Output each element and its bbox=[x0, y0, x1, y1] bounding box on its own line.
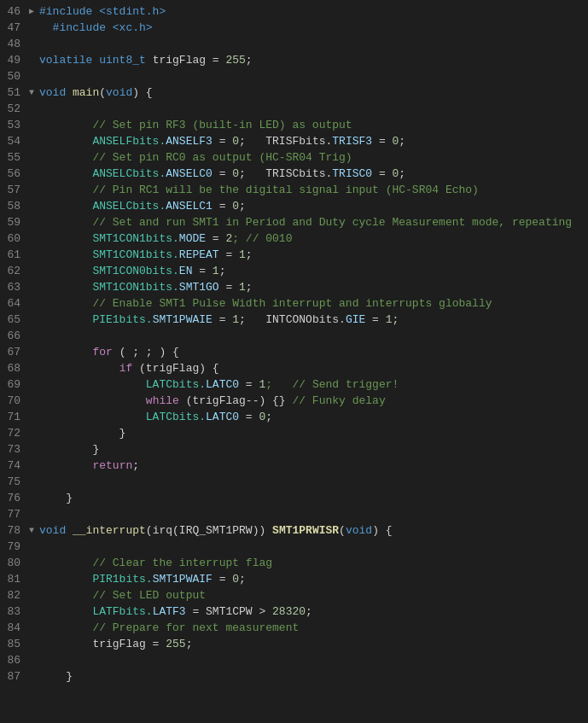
line-number: 85 bbox=[0, 636, 26, 652]
code-content: #include <stdint.h> bbox=[38, 3, 588, 20]
line-number: 58 bbox=[0, 198, 26, 214]
fold-icon[interactable]: ▶ bbox=[26, 3, 38, 20]
line-number: 50 bbox=[0, 68, 26, 85]
code-token: REPEAT bbox=[179, 248, 219, 261]
code-content: ANSELCbits.ANSELC1 = 0; bbox=[38, 198, 588, 214]
code-content: // Set and run SMT1 in Period and Duty c… bbox=[38, 214, 588, 230]
code-token: #include <stdint.h> bbox=[39, 5, 166, 18]
line-number: 82 bbox=[0, 587, 26, 603]
code-line: 50 bbox=[0, 68, 588, 85]
code-token: ; // Send trigger! bbox=[265, 378, 399, 391]
code-content: while (trigFlag--) {} // Funky delay bbox=[38, 393, 588, 409]
line-number: 72 bbox=[0, 425, 26, 441]
code-content bbox=[38, 328, 588, 344]
code-line: 69 LATCbits.LATC0 = 1; // Send trigger! bbox=[0, 376, 588, 393]
code-content: // Enable SMT1 Pulse Width interrupt and… bbox=[38, 295, 588, 312]
line-number: 70 bbox=[0, 393, 26, 409]
code-line: 83 LATFbits.LATF3 = SMT1CPW > 28320; bbox=[0, 603, 588, 620]
code-token: ANSELC1 bbox=[166, 200, 212, 213]
code-line: 64 // Enable SMT1 Pulse Width interrupt … bbox=[0, 295, 588, 312]
fold-icon[interactable]: ▼ bbox=[26, 85, 38, 101]
code-token: = bbox=[212, 573, 232, 586]
line-number: 66 bbox=[0, 328, 26, 344]
code-token: PIR1bits. bbox=[39, 573, 153, 586]
code-token: MODE bbox=[179, 232, 206, 245]
code-line: 73 } bbox=[0, 441, 588, 458]
code-content: ANSELCbits.ANSELC0 = 0; TRISCbits.TRISC0… bbox=[38, 166, 588, 182]
code-line: 78▼void __interrupt(irq(IRQ_SMT1PRW)) SM… bbox=[0, 522, 588, 539]
code-token bbox=[39, 459, 92, 472]
code-content: return; bbox=[38, 458, 588, 474]
code-content: PIR1bits.SMT1PWAIF = 0; bbox=[38, 571, 588, 587]
code-content bbox=[38, 101, 588, 117]
code-token: 0 bbox=[232, 200, 239, 213]
line-number: 87 bbox=[0, 668, 26, 685]
code-line: 77 bbox=[0, 506, 588, 522]
code-content: // Set LED output bbox=[38, 587, 588, 603]
line-number: 84 bbox=[0, 620, 26, 636]
line-number: 65 bbox=[0, 312, 26, 328]
code-token: LATC0 bbox=[206, 411, 239, 423]
code-line: 62 SMT1CON0bits.EN = 1; bbox=[0, 263, 588, 279]
code-line: 74 return; bbox=[0, 458, 588, 474]
code-content bbox=[38, 506, 588, 522]
code-token: 1 bbox=[239, 248, 246, 261]
code-content: SMT1CON1bits.SMT1GO = 1; bbox=[38, 279, 588, 295]
line-number: 62 bbox=[0, 263, 26, 279]
code-line: 55 // Set pin RC0 as output (HC-SR04 Tri… bbox=[0, 149, 588, 166]
code-line: 85 trigFlag = 255; bbox=[0, 636, 588, 652]
code-token: LATC0 bbox=[206, 378, 239, 391]
code-token: trigFlag = bbox=[39, 638, 166, 650]
code-token: ; bbox=[265, 411, 272, 423]
code-token: 255 bbox=[166, 638, 185, 650]
code-line: 58 ANSELCbits.ANSELC1 = 0; bbox=[0, 198, 588, 214]
code-token: LATCbits. bbox=[39, 378, 206, 391]
code-token: ; bbox=[246, 248, 253, 261]
code-content: if (trigFlag) { bbox=[38, 360, 588, 376]
line-number: 68 bbox=[0, 360, 26, 376]
line-number: 60 bbox=[0, 230, 26, 247]
code-content: void main(void) { bbox=[38, 85, 588, 101]
code-token: EN bbox=[179, 265, 193, 277]
code-content: } bbox=[38, 668, 588, 685]
line-number: 54 bbox=[0, 133, 26, 149]
code-line: 72 } bbox=[0, 425, 588, 441]
code-content: SMT1CON1bits.MODE = 2; // 0010 bbox=[38, 230, 588, 247]
code-content: void __interrupt(irq(IRQ_SMT1PRW)) SMT1P… bbox=[38, 522, 588, 539]
code-token: 1 bbox=[212, 265, 219, 277]
code-token bbox=[39, 346, 92, 359]
line-number: 81 bbox=[0, 571, 26, 587]
code-line: 48 bbox=[0, 36, 588, 52]
line-number: 86 bbox=[0, 652, 26, 668]
code-token: = bbox=[239, 378, 259, 391]
code-token: ) { bbox=[132, 86, 152, 99]
line-number: 80 bbox=[0, 555, 26, 571]
line-number: 46 bbox=[0, 3, 26, 20]
fold-icon[interactable]: ▼ bbox=[26, 522, 38, 539]
code-content: LATCbits.LATC0 = 0; bbox=[38, 409, 588, 425]
code-content bbox=[38, 68, 588, 85]
code-line: 71 LATCbits.LATC0 = 0; bbox=[0, 409, 588, 425]
code-line: 47 #include <xc.h> bbox=[0, 20, 588, 36]
code-content: LATFbits.LATF3 = SMT1CPW > 28320; bbox=[38, 603, 588, 620]
code-token: ( ; ; ) { bbox=[113, 346, 179, 359]
code-content: } bbox=[38, 441, 588, 458]
code-line: 79 bbox=[0, 539, 588, 555]
line-number: 83 bbox=[0, 603, 26, 620]
code-token: SMT1PWAIF bbox=[153, 573, 212, 586]
line-number: 49 bbox=[0, 52, 26, 68]
code-token: } bbox=[39, 492, 73, 504]
code-line: 56 ANSELCbits.ANSELC0 = 0; TRISCbits.TRI… bbox=[0, 166, 588, 182]
code-token: // Prepare for next measurement bbox=[39, 621, 299, 634]
line-number: 51 bbox=[0, 85, 26, 101]
code-token: = bbox=[206, 232, 225, 245]
code-line: 86 bbox=[0, 652, 588, 668]
code-token: ; bbox=[246, 281, 253, 294]
code-token: ; bbox=[132, 459, 139, 472]
line-number: 77 bbox=[0, 506, 26, 522]
code-line: 60 SMT1CON1bits.MODE = 2; // 0010 bbox=[0, 230, 588, 247]
code-content: SMT1CON1bits.REPEAT = 1; bbox=[38, 247, 588, 263]
code-content: // Prepare for next measurement bbox=[38, 620, 588, 636]
code-line: 63 SMT1CON1bits.SMT1GO = 1; bbox=[0, 279, 588, 295]
code-token: #include <xc.h> bbox=[39, 21, 153, 34]
